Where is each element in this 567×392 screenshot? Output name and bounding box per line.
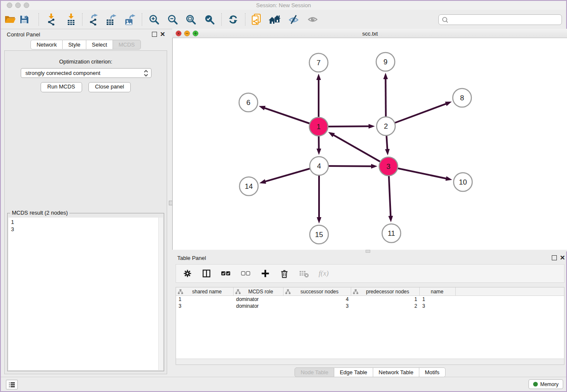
graph-node-label: 10 [459,178,467,186]
graph-node-label: 11 [388,229,395,237]
delete-table-button[interactable] [299,269,309,278]
criterion-selected-value: strongly connected component [25,70,100,76]
zoom-fit-button[interactable] [184,13,198,26]
edge-arrowhead [259,179,266,184]
table-cell[interactable]: 3 [420,303,456,309]
column-header-name[interactable]: name [420,287,456,295]
node-table: shared name MCDS role successor nodes pr… [176,287,564,365]
export-network-icon [88,14,99,25]
export-table-button[interactable] [105,13,118,26]
table-cell[interactable]: 1 [420,296,456,303]
table-cell[interactable]: 3 [176,303,234,309]
zoom-selected-icon [204,14,215,25]
graph-node-label: 9 [383,58,387,66]
network-graph: 7968124314101511 [173,38,567,250]
app-menu-button[interactable] [6,380,18,389]
create-column-button[interactable] [261,269,270,278]
save-session-button[interactable] [17,13,31,26]
control-panel-tabs: NetworkStyleSelectMCDS [3,40,168,50]
function-builder-button[interactable]: f(x) [319,269,329,278]
mcds-result-box: MCDS result (2 nodes) 1 3 [7,213,164,371]
delete-column-button[interactable] [280,269,289,278]
eye-icon [307,14,318,25]
clone-network-button[interactable] [250,13,263,26]
column-header-MCDS-role[interactable]: MCDS role [234,287,284,295]
memory-button[interactable]: Memory [528,379,563,389]
memory-status-dot [533,382,538,386]
criterion-select[interactable]: strongly connected component [21,68,151,78]
refresh-layout-button[interactable] [226,13,240,26]
float-panel-button[interactable] [152,32,157,37]
dropdown-stepper-icon [143,69,149,78]
column-namespace-icon [285,289,291,294]
zoom-in-button[interactable] [147,13,161,26]
zoom-fit-icon [185,14,196,25]
result-scrollbar[interactable] [158,218,163,370]
column-header-label: MCDS role [241,289,283,295]
graph-node-label: 3 [386,163,390,171]
deselect-all-columns-button[interactable] [241,269,251,278]
table-tabs: Node TableEdge TableNetwork TableMotifs [172,367,567,377]
show-panels-button[interactable] [306,13,319,26]
table-row[interactable]: 1dominator411 [176,296,564,303]
close-panel-button[interactable]: ✕ [160,32,165,37]
table-row[interactable]: 3dominator323 [176,303,564,309]
import-network-button[interactable] [44,13,58,26]
table-cell[interactable]: 3 [284,303,351,309]
mcds-result-text: 1 3 [8,218,163,233]
export-image-icon [124,14,135,25]
column-header-predecessor-nodes[interactable]: predecessor nodes [351,287,420,295]
tab-select[interactable]: Select [86,40,113,50]
network-canvas[interactable]: 7968124314101511 [172,38,567,250]
column-namespace-icon [178,289,183,294]
table-tab-network-table[interactable]: Network Table [373,367,419,377]
home-icon [268,14,282,25]
graph-node-label: 1 [317,123,320,131]
search-input[interactable] [449,16,561,23]
search-field[interactable] [438,14,562,25]
edge-arrowhead [317,74,321,80]
import-table-icon [66,14,77,25]
tab-style[interactable]: Style [63,40,86,50]
column-header-shared-name[interactable]: shared name [176,287,234,295]
mcds-result-area[interactable]: 1 3 [8,218,163,370]
table-cell[interactable]: 1 [176,296,234,303]
export-network-button[interactable] [86,13,100,26]
column-header-successor-nodes[interactable]: successor nodes [284,287,351,295]
table-horizontal-scrollbar[interactable] [176,359,564,364]
edge-arrowhead [445,102,452,106]
graph-node-label: 14 [245,182,253,190]
tab-mcds[interactable]: MCDS [113,40,140,50]
graph-node-label: 2 [384,122,388,130]
network-window-title: scc.txt [172,30,567,37]
import-table-button[interactable] [64,13,78,26]
table-cell[interactable]: 1 [351,296,420,303]
tab-network[interactable]: Network [30,40,63,50]
table-cell[interactable]: 4 [284,296,351,303]
main-toolbar [1,10,566,29]
run-mcds-button[interactable]: Run MCDS [41,82,82,92]
table-cell[interactable]: 2 [351,303,420,309]
window-titlebar: Session: New Session [1,1,566,10]
table-cell[interactable]: dominator [234,303,284,309]
close-table-panel-button[interactable]: ✕ [560,255,565,260]
show-columns-button[interactable] [202,269,211,278]
edge-arrowhead [383,73,388,79]
table-settings-button[interactable] [183,269,192,278]
close-panel-button-mcds[interactable]: Close panel [88,82,131,92]
zoom-out-button[interactable] [166,13,179,26]
home-button[interactable] [268,13,282,26]
select-all-columns-button[interactable] [221,269,231,278]
hide-panels-button[interactable] [287,13,300,26]
table-cell[interactable]: dominator [234,296,284,303]
open-folder-icon [4,14,16,25]
zoom-selected-button[interactable] [203,13,216,26]
float-table-panel-button[interactable] [552,255,557,260]
table-tab-edge-table[interactable]: Edge Table [334,367,373,377]
edge-arrowhead [446,176,452,181]
export-image-button[interactable] [123,13,137,26]
control-panel: Control Panel ✕ NetworkStyleSelectMCDS O… [3,29,168,375]
table-tab-motifs[interactable]: Motifs [419,367,446,377]
open-session-button[interactable] [3,13,17,26]
table-tab-node-table[interactable]: Node Table [295,367,334,377]
